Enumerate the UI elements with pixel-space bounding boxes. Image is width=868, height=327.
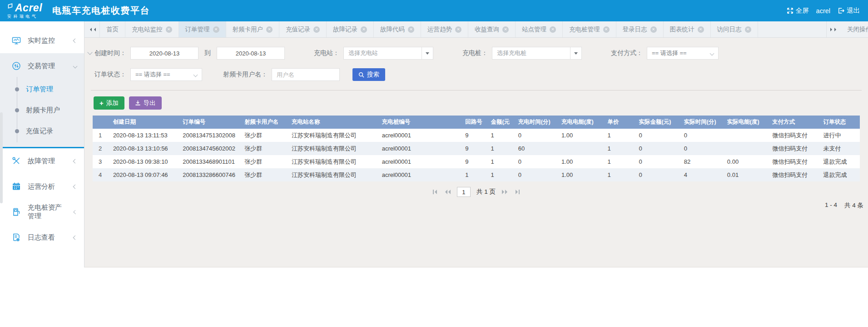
search-button[interactable]: 搜索 <box>352 68 385 81</box>
tabs-scroll-left-button[interactable] <box>84 21 100 37</box>
page-number-input[interactable] <box>457 187 471 197</box>
table-row[interactable]: 42020-08-13 09:07:462008133286600746张少群江… <box>93 168 860 181</box>
table-row[interactable]: 12020-08-13 13:11:532008134751302008张少群江… <box>93 129 860 142</box>
tab-label: 运营趋势 <box>427 25 452 34</box>
rfid-user-input[interactable] <box>272 68 340 81</box>
filter-row-2: 订单状态： == 请选择 == 射频卡用户名： 搜索 <box>94 68 868 81</box>
search-icon <box>358 72 364 78</box>
table-cell: 江苏安科瑞制造有限公司 <box>289 142 379 155</box>
table-cell: 9 <box>462 129 488 142</box>
chevron-left-icon <box>73 210 77 214</box>
tab-login-logs[interactable]: 登录日志× <box>616 21 664 37</box>
table-cell: 2008133468901101 <box>180 155 242 168</box>
sidebar-subitem-order-management[interactable]: 订单管理 <box>0 79 84 100</box>
tab-close-icon[interactable]: × <box>408 26 414 33</box>
tab-close-icon[interactable]: × <box>502 26 509 33</box>
export-button[interactable]: 导出 <box>129 96 162 110</box>
tab-rfid-card-users[interactable]: 射频卡用户× <box>226 21 280 37</box>
tab-close-icon[interactable]: × <box>455 26 461 33</box>
first-page-button[interactable] <box>431 188 439 196</box>
tab-recharge-records[interactable]: 充值记录× <box>279 21 327 37</box>
pay-method-select[interactable]: == 请选择 == <box>647 47 719 60</box>
sidebar-subitem-recharge-records[interactable]: 充值记录 <box>0 121 84 141</box>
row-number-header <box>93 116 110 129</box>
header-controls: 全屏 acrel 退出 <box>787 6 860 15</box>
prev-page-button[interactable] <box>443 188 452 196</box>
sidebar-item-charging-pile-assets[interactable]: 充电桩资产管理 <box>0 199 84 225</box>
tab-chart-statistics[interactable]: 图表统计× <box>664 21 711 37</box>
table-cell: 退款完成 <box>821 168 860 181</box>
tab-close-icon[interactable]: × <box>213 26 219 33</box>
tab-access-logs[interactable]: 访问日志× <box>711 21 758 37</box>
last-page-button[interactable] <box>514 188 521 196</box>
tab-charging-pile-management[interactable]: 充电桩管理× <box>563 21 616 37</box>
tab-operation-trend[interactable]: 运营趋势× <box>421 21 468 37</box>
double-right-arrow-icon <box>834 28 838 31</box>
table-cell: 0 <box>516 129 559 142</box>
sidebar-item-realtime-monitor[interactable]: 实时监控 <box>0 28 84 53</box>
tab-close-icon[interactable]: × <box>361 26 367 33</box>
column-header: 回路号 <box>462 116 488 129</box>
sidebar-item-transaction-management[interactable]: 交易管理 <box>0 53 84 79</box>
tab-close-icon[interactable]: × <box>745 26 751 33</box>
table-row[interactable]: 22020-08-13 13:10:562008134745602002张少群江… <box>93 142 860 155</box>
table-cell: 张少群 <box>242 142 289 155</box>
tab-home[interactable]: 首页 <box>100 21 125 37</box>
row-number-cell: 4 <box>93 168 110 181</box>
pile-combobox[interactable]: 选择充电桩 <box>492 47 582 60</box>
grid-header-row: 创建日期订单编号射频卡用户名充电站名称充电桩编号回路号金额(元充电时间(分)充电… <box>93 116 860 129</box>
tab-station-management[interactable]: 站点管理× <box>516 21 563 37</box>
next-page-icon <box>505 190 507 194</box>
tabs-scroll-right-button[interactable] <box>826 21 842 37</box>
tab-fault-records[interactable]: 故障记录× <box>327 21 374 37</box>
sidebar-item-log-viewer[interactable]: 日志查看 <box>0 225 84 250</box>
station-combobox[interactable]: 选择充电站 <box>343 47 433 60</box>
add-button[interactable]: + 添加 <box>94 96 124 110</box>
tab-close-icon[interactable]: × <box>550 26 556 33</box>
content-panel: 创建时间： 到 充电站： 选择充电站 充电桩： 选择充电桩 支付方式： == 请… <box>84 38 868 267</box>
table-row[interactable]: 32020-08-13 09:38:102008133468901101张少群江… <box>93 155 860 168</box>
sidebar-subitem-rfid-card-users[interactable]: 射频卡用户 <box>0 100 84 121</box>
add-button-label: 添加 <box>106 99 119 107</box>
next-page-icon <box>502 190 504 194</box>
pile-combobox-arrow-button[interactable] <box>570 47 582 60</box>
tab-label: 首页 <box>106 25 119 34</box>
tab-label: 订单管理 <box>185 25 210 34</box>
total-pages-label: 共 1 页 <box>476 188 496 196</box>
pay-method-value: == 请选择 == <box>652 49 687 57</box>
next-page-button[interactable] <box>500 188 509 196</box>
fullscreen-icon <box>787 7 794 14</box>
fullscreen-button[interactable]: 全屏 <box>787 6 809 15</box>
tab-fault-codes[interactable]: 故障代码× <box>374 21 421 37</box>
tab-close-icon[interactable]: × <box>166 26 172 33</box>
order-status-select[interactable]: == 请选择 == <box>130 68 202 81</box>
table-cell: 张少群 <box>242 168 289 181</box>
tab-close-icon[interactable]: × <box>650 26 657 33</box>
close-operations-menu[interactable]: 关闭操作 <box>842 21 868 37</box>
sidebar-subitem-label: 充值记录 <box>26 127 53 136</box>
sidebar-item-fault-management[interactable]: 故障管理 <box>0 148 84 174</box>
tab-close-icon[interactable]: × <box>313 26 320 33</box>
tab-order-management[interactable]: 订单管理× <box>179 21 226 37</box>
tab-revenue-query[interactable]: 收益查询× <box>468 21 516 37</box>
table-cell: 1.00 <box>559 155 605 168</box>
logout-button[interactable]: 退出 <box>838 6 860 15</box>
filter-row-1: 创建时间： 到 充电站： 选择充电站 充电桩： 选择充电桩 支付方式： == 请… <box>94 47 868 60</box>
tab-close-icon[interactable]: × <box>603 26 610 33</box>
tab-station-monitor[interactable]: 充电站监控× <box>125 21 179 37</box>
tab-label: 故障记录 <box>333 25 357 34</box>
table-cell: 江苏安科瑞制造有限公司 <box>289 168 379 181</box>
sidebar-item-operation-analysis[interactable]: 运营分析 <box>0 174 84 199</box>
date-to-input[interactable] <box>217 47 285 60</box>
station-combobox-arrow-button[interactable] <box>422 47 433 60</box>
tab-close-icon[interactable]: × <box>698 26 704 33</box>
username[interactable]: acrel <box>816 7 830 15</box>
double-left-arrow-icon <box>88 28 92 31</box>
table-cell <box>559 142 605 155</box>
table-cell: acrel00001 <box>379 142 463 155</box>
sidebar-scrollbar-thumb[interactable] <box>0 112 3 203</box>
tab-close-icon[interactable]: × <box>266 26 273 33</box>
filter-collapse-icon[interactable] <box>87 50 92 55</box>
date-from-input[interactable] <box>130 47 198 60</box>
table-cell: 江苏安科瑞制造有限公司 <box>289 155 379 168</box>
